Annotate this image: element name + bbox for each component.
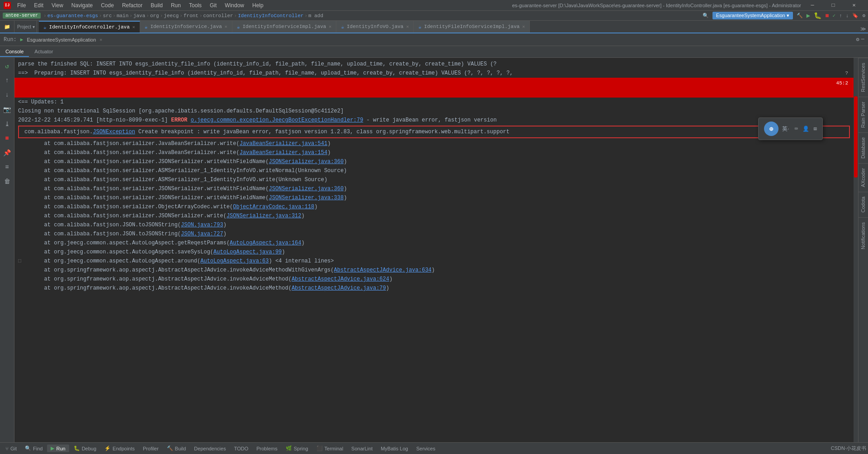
tab-label-2: IdentityInfoService.java: [150, 24, 222, 29]
terminal-bottom[interactable]: ⬛ Terminal: [313, 445, 347, 452]
run-minimize-icon[interactable]: ─: [861, 36, 864, 43]
run-bottom[interactable]: ▶ Run: [47, 445, 69, 452]
console-line-error: 2022-12-22 14:45:29.741 [http-nio-8099-e…: [14, 116, 854, 125]
git-bottom[interactable]: ⑂ Git: [2, 445, 20, 452]
menu-help[interactable]: Help: [249, 1, 267, 9]
git-icon[interactable]: ✓: [833, 13, 836, 19]
tab-identity-vo[interactable]: ☕ IdentityInfoVO.java ✕: [336, 21, 414, 33]
settings-gear-icon[interactable]: ⚙: [862, 13, 865, 19]
dependencies-bottom[interactable]: Dependencies: [190, 445, 229, 452]
java-icon-5: ☕: [418, 24, 421, 30]
menu-navigate[interactable]: Navigate: [68, 1, 96, 9]
services-bottom[interactable]: Services: [413, 445, 439, 452]
st-line-10: at com.alibaba.fastjson.JSON.toJSONStrin…: [14, 220, 854, 229]
endpoints-bottom[interactable]: ⚡ Endpoints: [101, 445, 138, 452]
toolbar-search-icon[interactable]: 🔍: [703, 13, 709, 19]
minimize-button[interactable]: ─: [802, 0, 823, 11]
tab-identity-controller[interactable]: ☕ IdentityInfoController.java ✕: [39, 21, 140, 33]
todo-bottom[interactable]: TODO: [231, 445, 252, 452]
find-bottom[interactable]: 🔍 Find: [21, 445, 46, 452]
java-icon-4: ☕: [341, 24, 344, 30]
fold-icon[interactable]: ≡: [1, 161, 14, 173]
tab-identity-service-impl[interactable]: ☕ IdentityInfoServiceImpl.java ✕: [232, 21, 337, 33]
spring-bottom[interactable]: 🌿 Spring: [282, 445, 312, 452]
tab-identity-file-service-impl[interactable]: ☕ IdentityFileInfoServiceImpl.java ✕: [414, 21, 530, 33]
rest-services-tab[interactable]: RestServices: [859, 58, 868, 97]
debug-run-icon[interactable]: 🐛: [814, 12, 821, 19]
popup-logo: ⊕: [764, 122, 778, 136]
build-icon[interactable]: 🔨: [797, 13, 803, 19]
run-settings-icon[interactable]: ⚙: [856, 36, 859, 43]
bookmark-icon[interactable]: 🔖: [852, 13, 859, 19]
red-block-line2: [33, 88, 835, 97]
breadcrumb: antee-server › es-guarantee-esgs › src ›…: [0, 11, 868, 21]
scroll-end-icon[interactable]: ⤓: [1, 117, 14, 130]
run-app-close[interactable]: ✕: [99, 37, 102, 42]
camera-icon[interactable]: 📷: [1, 103, 14, 116]
pin-icon[interactable]: 📌: [1, 146, 14, 159]
tabs-more-icon[interactable]: ≫: [860, 26, 866, 33]
st-line-11: at com.alibaba.fastjson.JSON.toJSONStrin…: [14, 229, 854, 239]
tab-identity-service[interactable]: ☕ IdentityInfoService.java ✕: [140, 21, 232, 33]
java-icon-3: ☕: [237, 24, 240, 30]
profiler-bottom[interactable]: Profiler: [139, 445, 162, 452]
git-push-icon[interactable]: ↑: [839, 13, 842, 19]
menu-build[interactable]: Build: [147, 1, 166, 9]
scroll-down-icon[interactable]: ↓: [1, 89, 14, 101]
notifications-tab[interactable]: Notifications: [859, 217, 868, 254]
debug-bottom[interactable]: 🐛 Debug: [70, 445, 100, 452]
editor-tabs: 📁 Project ▾ ☕ IdentityInfoController.jav…: [0, 21, 868, 33]
menu-window[interactable]: Window: [221, 1, 248, 9]
console-output[interactable]: parse the finished SQL: INSERT INTO esgs…: [14, 58, 854, 442]
problems-bottom[interactable]: Problems: [253, 445, 281, 452]
menu-view[interactable]: View: [48, 1, 67, 9]
git-pull-icon[interactable]: ↓: [846, 13, 849, 19]
run-label: Run:: [4, 37, 17, 43]
build-bottom[interactable]: 🔨 Build: [163, 445, 189, 452]
menu-tools[interactable]: Tools: [185, 1, 205, 9]
codota-tab[interactable]: Codota: [859, 192, 868, 217]
tab-close-3[interactable]: ✕: [329, 24, 331, 29]
stop-run-icon[interactable]: ■: [1, 132, 14, 145]
scroll-up-icon[interactable]: ↑: [1, 74, 14, 87]
menu-file[interactable]: File: [14, 1, 29, 9]
project-badge: antee-server: [3, 13, 41, 19]
st-line-9: at com.alibaba.fastjson.serializer.JSONS…: [14, 211, 854, 220]
vertical-scrollbar[interactable]: [854, 58, 858, 442]
axcoder-tab[interactable]: AXcoder: [859, 163, 868, 192]
close-button[interactable]: ✕: [844, 0, 864, 11]
path-java: java: [133, 13, 145, 19]
rain-parser-tab[interactable]: Rain Parser: [859, 97, 868, 132]
stop-icon[interactable]: ■: [825, 12, 829, 19]
rerun-icon[interactable]: ↺: [1, 60, 14, 72]
sonarlint-bottom[interactable]: SonarLint: [348, 445, 376, 452]
tab-close-2[interactable]: ✕: [225, 24, 227, 29]
tab-close-4[interactable]: ✕: [406, 24, 409, 29]
menu-edit[interactable]: Edit: [30, 1, 47, 9]
tab-close-5[interactable]: ✕: [522, 24, 525, 29]
popup-notification[interactable]: ⊕ 英· ⌨ 👤 ⊞: [758, 117, 823, 140]
run-icon[interactable]: ▶: [807, 12, 810, 19]
st-line-3: at com.alibaba.fastjson.serializer.JSONS…: [14, 157, 854, 166]
menu-run[interactable]: Run: [167, 1, 184, 9]
path-org: org: [150, 13, 159, 19]
project-tree-icon[interactable]: 📁: [4, 24, 10, 30]
st-line-6: at com.alibaba.fastjson.serializer.JSONS…: [14, 184, 854, 193]
trash-icon[interactable]: 🗑: [1, 175, 14, 188]
menu-code[interactable]: Code: [97, 1, 118, 9]
database-tab[interactable]: Database: [859, 132, 868, 163]
maximize-button[interactable]: □: [823, 0, 844, 11]
run-config-dropdown[interactable]: EsguaranteeSystemApplication ▾: [712, 12, 793, 19]
run-app-icon: ▶: [20, 37, 24, 42]
menu-refactor[interactable]: Refactor: [118, 1, 146, 9]
menu-git[interactable]: Git: [206, 1, 220, 9]
left-sidebar: ↺ ↑ ↓ 📷 ⤓ ■ 📌 ≡ 🗑: [0, 58, 14, 442]
status-right-text: CSDN·小花皮书: [831, 445, 866, 452]
run-app-name: EsguaranteeSystemApplication: [27, 37, 96, 42]
console-line-updates: <== Updates: 1: [14, 98, 854, 107]
tab-label-4: IdentityInfoVO.java: [347, 24, 403, 29]
tab-close-1[interactable]: ✕: [132, 24, 135, 30]
console-tab[interactable]: Console: [0, 47, 29, 57]
mybatis-bottom[interactable]: MyBatis Log: [377, 445, 412, 452]
actuator-tab[interactable]: Actuator: [29, 47, 58, 57]
